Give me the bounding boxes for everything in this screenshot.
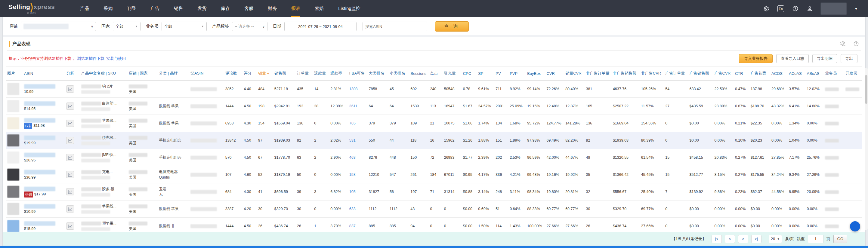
column-header-salesman[interactable]: 业务员 — [824, 66, 844, 80]
last-page-button[interactable]: >| — [751, 235, 762, 243]
export-detail-button[interactable]: 导出明细 — [812, 54, 837, 63]
date-range-input[interactable] — [284, 22, 356, 31]
value-fba[interactable]: 158 — [349, 173, 355, 177]
analysis-chart-button[interactable] — [66, 120, 74, 127]
nav-item-9[interactable]: 报表 — [284, 0, 308, 17]
column-header-orders[interactable]: 订单量 — [296, 66, 313, 80]
nav-item-8[interactable]: 财务 — [260, 0, 284, 17]
column-header-cpc[interactable]: CPC — [462, 66, 477, 80]
vertical-scrollbar[interactable] — [865, 68, 868, 230]
column-header-shop[interactable]: 店铺 | 国家 — [127, 66, 157, 80]
query-button[interactable]: 查 询 — [435, 21, 469, 32]
user-icon[interactable] — [806, 5, 813, 12]
column-header-cat_rank[interactable]: 大类排名 — [367, 66, 388, 80]
analysis-chart-button[interactable] — [66, 188, 74, 196]
column-header-sales[interactable]: 销量 ▼ — [257, 66, 273, 80]
column-header-nonad_cvr[interactable]: 非广告CVR — [640, 66, 664, 80]
column-header-nonad_revenue[interactable]: 非广告销售额 — [611, 66, 640, 80]
settings-gear-icon[interactable] — [763, 5, 770, 12]
column-header-revenue[interactable]: 销售额 — [273, 66, 296, 80]
nav-item-1[interactable]: 采购 — [96, 0, 120, 17]
analysis-chart-button[interactable] — [66, 103, 74, 110]
analysis-chart-button[interactable] — [66, 222, 74, 230]
value-fba[interactable]: 463 — [349, 155, 355, 160]
jump-page-input[interactable] — [808, 235, 824, 243]
column-header-developer[interactable]: 开发员 — [844, 66, 862, 80]
column-header-sales_cvr[interactable]: 销量CVR — [564, 66, 584, 80]
column-header-refund_rate[interactable]: 退款率 — [329, 66, 347, 80]
column-header-image[interactable]: 图片 — [6, 66, 23, 80]
value-fba[interactable]: 765 — [349, 121, 355, 126]
nav-item-3[interactable]: 广告 — [143, 0, 167, 17]
analysis-chart-button[interactable] — [66, 137, 74, 144]
column-header-acos[interactable]: ACOS — [770, 66, 787, 80]
help-icon[interactable] — [792, 5, 799, 12]
column-header-acoas[interactable]: ACoAS — [787, 66, 805, 80]
column-header-analysis[interactable]: 分析 — [65, 66, 80, 80]
shop-select[interactable]: ∨ — [21, 22, 96, 31]
nav-item-10[interactable]: 索赔 — [308, 0, 331, 17]
column-header-asin[interactable]: ASIN — [23, 66, 65, 80]
column-header-asoas[interactable]: ASoAS — [805, 66, 824, 80]
nav-item-6[interactable]: 库存 — [214, 0, 237, 17]
scrollbar-thumb[interactable] — [865, 75, 867, 104]
prev-page-button[interactable]: < — [725, 235, 735, 243]
column-header-fba[interactable]: FBA可售 — [348, 66, 367, 80]
column-header-impressions[interactable]: 曝光量 — [442, 66, 462, 80]
nav-item-5[interactable]: 发货 — [190, 0, 214, 17]
column-header-nonad_orders[interactable]: 非广告订单量 — [584, 66, 611, 80]
column-header-category[interactable]: 分类 | 品牌 — [157, 66, 189, 80]
column-header-sessions[interactable]: Sessions — [409, 66, 428, 80]
analysis-chart-button[interactable] — [66, 85, 74, 93]
column-settings-gear-icon[interactable] — [840, 41, 846, 47]
column-header-ad_spend[interactable]: 广告花费 — [749, 66, 770, 80]
value-fba[interactable]: 3611 — [349, 104, 358, 108]
salesman-select[interactable]: 全部 ▼ — [161, 22, 207, 31]
column-header-rating[interactable]: 评分 — [242, 66, 257, 80]
go-button[interactable]: GO — [833, 235, 847, 243]
column-header-sp[interactable]: SP — [476, 66, 494, 80]
column-header-ad_orders[interactable]: 广告订单量 — [664, 66, 688, 80]
analysis-chart-button[interactable] — [66, 205, 74, 213]
value-fba[interactable]: 1303 — [349, 87, 358, 91]
analysis-chart-button[interactable] — [66, 171, 74, 178]
export-button[interactable]: 导出 — [841, 54, 858, 63]
view-import-log-button[interactable]: 查看导入日志 — [776, 54, 809, 63]
panel-help-icon[interactable] — [853, 41, 859, 47]
analysis-chart-button[interactable] — [66, 154, 74, 161]
language-en-icon[interactable]: En — [777, 5, 784, 12]
plugin-download-link[interactable]: 浏览器插件下载 — [77, 56, 104, 61]
search-asin-input[interactable] — [363, 22, 427, 31]
column-header-ad_cvr[interactable]: 广告CVR — [713, 66, 734, 80]
column-header-refunds[interactable]: 退款量 — [313, 66, 329, 80]
value-fba[interactable]: 837 — [349, 224, 355, 228]
install-guide-link[interactable]: 安装与使用 — [106, 56, 126, 61]
column-header-buybox[interactable]: BuyBox — [526, 66, 545, 80]
nav-item-4[interactable]: 销售 — [167, 0, 190, 17]
next-page-button[interactable]: > — [738, 235, 748, 243]
import-report-button[interactable]: 导入业务报告 — [739, 54, 773, 63]
floating-chat-button[interactable] — [850, 221, 860, 232]
column-header-ad_revenue[interactable]: 广告销售额 — [688, 66, 713, 80]
country-select[interactable]: 全部 ▼ — [113, 22, 141, 31]
nav-item-7[interactable]: 客服 — [237, 0, 260, 17]
nav-item-0[interactable]: 产品 — [73, 0, 96, 17]
column-header-parent_asin[interactable]: 父ASIN — [189, 66, 224, 80]
value-fba[interactable]: 531 — [349, 138, 355, 142]
column-header-cvr[interactable]: CVR — [545, 66, 564, 80]
column-header-name[interactable]: 产品中文名称 | SKU — [80, 66, 127, 80]
value-fba[interactable]: 633 — [349, 207, 355, 211]
nav-item-11[interactable]: Listing监控 — [331, 0, 367, 17]
first-page-button[interactable]: |< — [712, 235, 722, 243]
column-header-clicks[interactable]: 点击 — [428, 66, 442, 80]
app-logo[interactable]: Selling)xpress 通易特 — [8, 3, 55, 14]
column-header-subcat_rank[interactable]: 小类排名 — [388, 66, 409, 80]
value-fba[interactable]: 105 — [349, 190, 355, 194]
column-header-ctr[interactable]: CTR — [734, 66, 749, 80]
page-size-select[interactable]: 20 ▼ — [769, 235, 782, 243]
product-tag-select[interactable]: -- 请选择 -- ∨ — [232, 22, 268, 31]
column-header-reviews[interactable]: 评论数 — [224, 66, 243, 80]
column-header-pvp[interactable]: PVP — [508, 66, 526, 80]
nav-item-2[interactable]: 刊登 — [120, 0, 143, 17]
account-dropdown-icon[interactable]: ▼ — [855, 7, 858, 10]
